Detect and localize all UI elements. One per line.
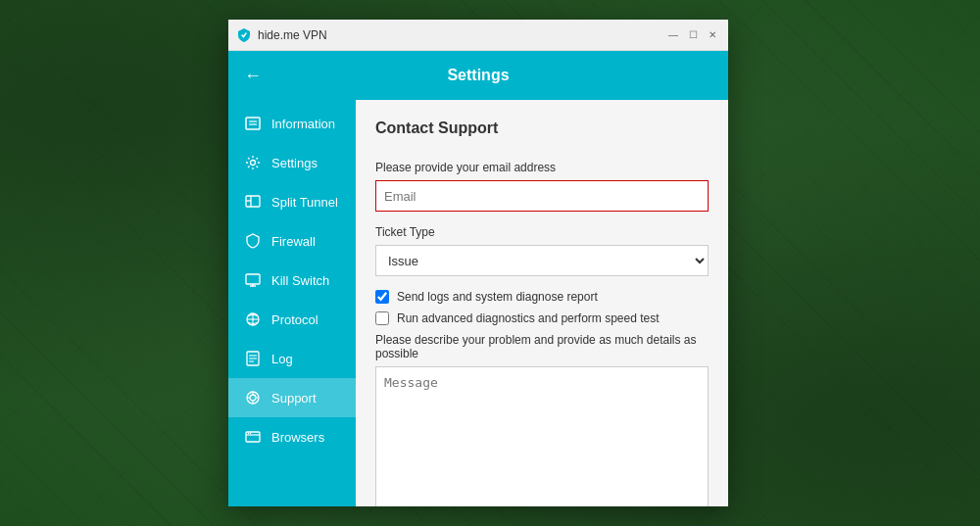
message-label: Please describe your problem and provide… [375,333,709,360]
close-button[interactable]: ✕ [705,27,720,43]
ticket-type-label: Ticket Type [375,225,709,239]
browsers-icon [244,428,262,446]
logs-checkbox-group: Send logs and system diagnose report [375,290,709,304]
sidebar-item-kill-switch[interactable]: Kill Switch [228,261,356,300]
split-tunnel-label: Split Tunnel [271,195,338,210]
browsers-label: Browsers [271,430,324,445]
app-window: hide.me VPN — ☐ ✕ ← Settings Informa [228,20,728,506]
svg-rect-7 [246,274,260,284]
email-group: Please provide your email address [375,161,709,212]
header-title: Settings [447,67,509,84]
maximize-button[interactable]: ☐ [685,27,701,43]
protocol-label: Protocol [271,312,318,327]
hideme-logo-icon [236,27,252,43]
logs-checkbox-label: Send logs and system diagnose report [397,290,598,304]
log-label: Log [271,352,293,366]
diagnostics-checkbox-label: Run advanced diagnostics and perform spe… [397,311,660,325]
svg-point-25 [248,433,249,434]
titlebar: hide.me VPN — ☐ ✕ [228,20,728,51]
back-button[interactable]: ← [244,66,262,86]
split-tunnel-icon [244,193,262,211]
firewall-label: Firewall [271,234,316,249]
sidebar-item-firewall[interactable]: Firewall [228,221,356,261]
ticket-type-group: Ticket Type Issue Question Feature Reque… [375,225,709,276]
minimize-button[interactable]: — [665,27,681,43]
sidebar-item-protocol[interactable]: Protocol [228,300,356,339]
diagnostics-checkbox-group: Run advanced diagnostics and perform spe… [375,311,709,325]
sidebar-item-log[interactable]: Log [228,339,356,378]
svg-point-18 [250,395,256,401]
support-label: Support [271,391,317,406]
ticket-type-select[interactable]: Issue Question Feature Request [375,245,709,276]
sidebar: Information Settings [228,100,356,506]
message-textarea[interactable] [375,366,709,506]
app-title: hide.me VPN [258,28,327,42]
svg-point-3 [251,161,256,166]
diagnostics-checkbox[interactable] [375,311,389,325]
sidebar-item-support[interactable]: Support [228,378,356,417]
email-label: Please provide your email address [375,161,709,174]
svg-rect-0 [246,118,260,129]
main-content-area: Contact Support Please provide your emai… [356,100,728,506]
page-title: Contact Support [375,120,709,145]
window-content: Information Settings [228,100,728,506]
sidebar-item-browsers[interactable]: Browsers [228,417,356,456]
titlebar-controls: — ☐ ✕ [665,27,720,43]
information-label: Information [271,117,335,131]
titlebar-logo: hide.me VPN [236,27,665,43]
support-icon [244,389,262,406]
message-group: Please describe your problem and provide… [375,333,709,506]
svg-point-26 [250,433,251,434]
sidebar-item-information[interactable]: Information [228,104,356,143]
kill-switch-label: Kill Switch [271,273,329,288]
sidebar-item-split-tunnel[interactable]: Split Tunnel [228,182,356,221]
information-icon [244,115,262,132]
settings-label: Settings [271,156,318,170]
log-icon [244,350,262,367]
email-input[interactable] [375,180,709,212]
firewall-icon [244,232,262,250]
settings-icon [244,154,262,171]
protocol-icon [244,311,262,328]
kill-switch-icon [244,271,262,289]
settings-header: ← Settings [228,51,728,100]
logs-checkbox[interactable] [375,290,389,304]
sidebar-item-settings[interactable]: Settings [228,143,356,182]
